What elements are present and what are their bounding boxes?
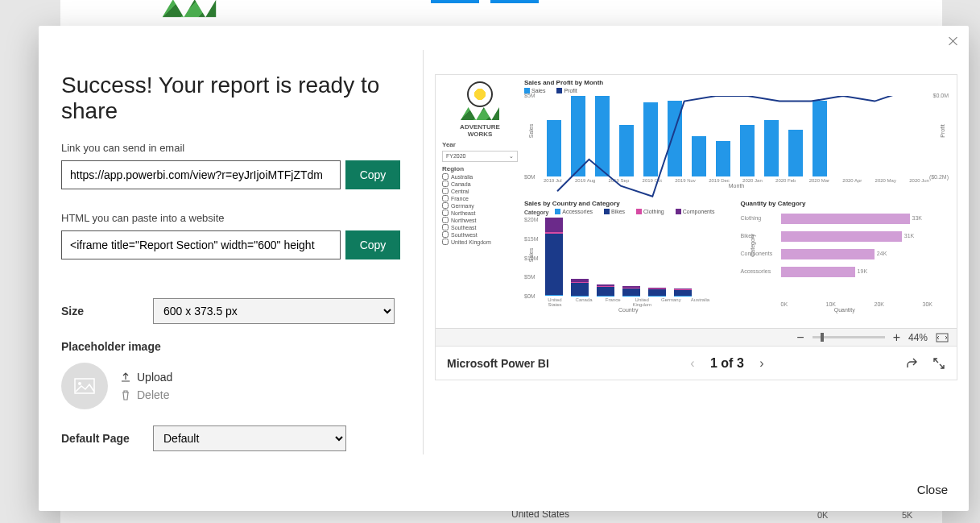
x-axis: United StatesCanadaFranceUnited KingdomG…: [542, 297, 713, 307]
default-page-select[interactable]: Default: [153, 425, 346, 451]
chart-sales-country: Sales by Country and Category Category A…: [524, 200, 733, 313]
dialog-title: Success! Your report is ready to share: [61, 73, 400, 124]
region-checkbox[interactable]: Southeast: [442, 224, 518, 230]
preview-sidebar: ADVENTUREWORKS Year FY2020⌄ Region Austr…: [436, 75, 524, 328]
fit-page-icon[interactable]: [936, 331, 949, 344]
upload-button[interactable]: Upload: [119, 371, 172, 384]
year-label: Year: [442, 141, 518, 148]
html-label: HTML you can paste into a website: [61, 212, 400, 224]
chevron-down-icon: ⌄: [509, 153, 514, 160]
zoom-slider[interactable]: [813, 336, 885, 338]
y-tick: $0.0M: [933, 93, 949, 98]
region-checkbox[interactable]: Germany: [442, 202, 518, 209]
zoom-toolbar: − + 44%: [436, 328, 957, 346]
y-tick: $5M: [524, 93, 535, 98]
report-preview: ADVENTUREWORKS Year FY2020⌄ Region Austr…: [435, 74, 957, 347]
pager: ‹ 1 of 3 ›: [686, 356, 768, 371]
region-checkbox[interactable]: United Kingdom: [442, 239, 518, 245]
region-label: Region: [442, 165, 518, 172]
upload-label: Upload: [137, 371, 172, 384]
chart-legend: Category Accessories Bikes Clothing Comp…: [524, 209, 733, 215]
logo-icon: [155, 0, 223, 18]
x-axis-label: Country: [524, 307, 733, 313]
default-page-label: Default Page: [61, 432, 142, 445]
bg-label: 5K: [902, 510, 912, 520]
zoom-out-button[interactable]: −: [796, 330, 804, 345]
region-checkbox[interactable]: Central: [442, 188, 518, 194]
link-label: Link you can send in email: [61, 142, 400, 154]
zoom-in-button[interactable]: +: [893, 330, 900, 345]
y-tick: ($0.2M): [929, 174, 949, 180]
trash-icon: [119, 388, 132, 401]
bg-bar: [431, 0, 479, 3]
html-input[interactable]: [61, 230, 341, 259]
zoom-value: 44%: [908, 332, 928, 343]
copy-link-button[interactable]: Copy: [345, 160, 400, 189]
placeholder-label: Placeholder image: [61, 340, 400, 353]
logo-icon: [456, 81, 504, 120]
logo-text: ADVENTUREWORKS: [442, 123, 518, 138]
region-checkbox[interactable]: Northeast: [442, 210, 518, 216]
region-checkbox[interactable]: Northwest: [442, 217, 518, 223]
chart-sales-profit: Sales and Profit by Month Sales Profit $…: [524, 79, 949, 200]
svg-point-1: [78, 382, 81, 385]
close-icon[interactable]: [948, 35, 959, 47]
page-indicator: 1 of 3: [710, 356, 744, 371]
y-axis-label: Sales: [528, 124, 534, 139]
region-checkbox[interactable]: Southwest: [442, 231, 518, 238]
preview-footer: Microsoft Power BI ‹ 1 of 3 ›: [435, 347, 957, 380]
dialog-left-pane: Success! Your report is ready to share L…: [39, 50, 424, 455]
chevron-left-icon[interactable]: ‹: [686, 357, 699, 370]
region-checkbox[interactable]: Canada: [442, 181, 518, 187]
x-axis: 0K10K20K30K: [781, 301, 933, 307]
region-checkbox[interactable]: Australia: [442, 173, 518, 180]
copy-html-button[interactable]: Copy: [345, 230, 400, 259]
size-select[interactable]: 600 x 373.5 px: [153, 298, 395, 324]
share-icon[interactable]: [905, 357, 918, 370]
x-axis-label: Quantity: [741, 307, 949, 313]
fullscreen-icon[interactable]: [932, 357, 945, 370]
image-placeholder-icon: [61, 363, 108, 409]
y-axis-label: Profit: [939, 124, 945, 137]
size-label: Size: [61, 305, 142, 318]
bg-bar: [490, 0, 539, 3]
chart-legend: Sales Profit: [524, 88, 949, 94]
bg-label: 0K: [817, 510, 828, 520]
link-input[interactable]: [61, 160, 341, 189]
dialog-right-pane: ADVENTUREWORKS Year FY2020⌄ Region Austr…: [424, 26, 969, 511]
y-tick: $0M: [524, 174, 535, 180]
year-select[interactable]: FY2020⌄: [442, 151, 518, 162]
region-checkbox[interactable]: France: [442, 195, 518, 201]
share-dialog: Success! Your report is ready to share L…: [39, 26, 969, 511]
svg-rect-0: [75, 379, 94, 393]
delete-button[interactable]: Delete: [119, 388, 172, 401]
upload-icon: [119, 371, 132, 384]
chart-quantity-category: Quantity by Category Category Clothing33…: [741, 200, 949, 313]
svg-rect-2: [937, 334, 948, 342]
region-list: AustraliaCanadaCentralFranceGermanyNorth…: [442, 173, 518, 245]
chart-title: Sales and Profit by Month: [524, 79, 949, 86]
chevron-right-icon[interactable]: ›: [755, 357, 768, 370]
footer-brand: Microsoft Power BI: [447, 357, 549, 370]
delete-label: Delete: [137, 388, 169, 401]
close-button[interactable]: Close: [917, 483, 948, 496]
